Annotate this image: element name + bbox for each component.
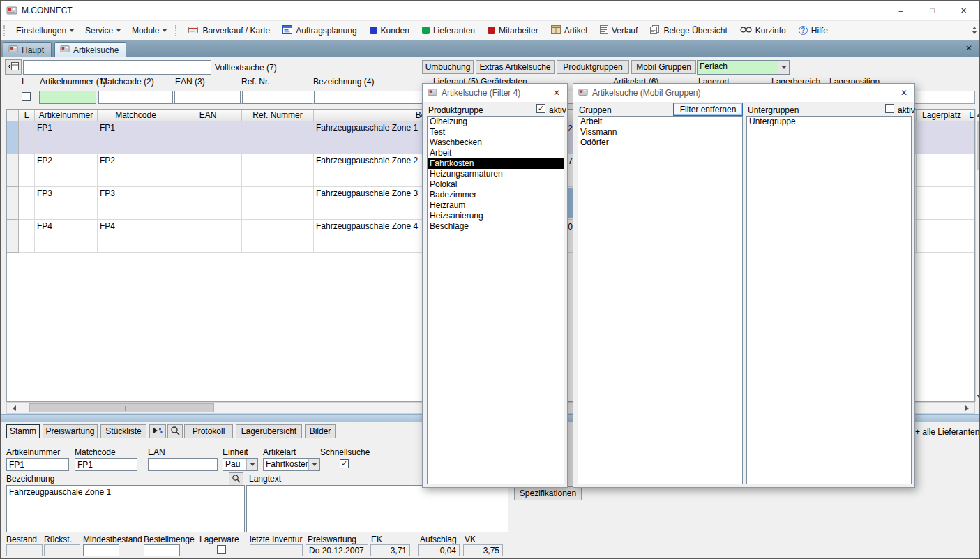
schnellsuche-checkbox[interactable] [340, 459, 349, 468]
column-filter-button[interactable] [5, 59, 22, 75]
horizontal-scrollbar-thumb[interactable] [29, 403, 214, 412]
tab-haupt[interactable]: Haupt [3, 42, 52, 57]
jump-to-article-button[interactable] [149, 424, 166, 438]
spezifikationen-button[interactable]: Spezifikationen [514, 486, 582, 500]
mobil-gruppen-button[interactable]: Mobil Gruppen [631, 60, 696, 74]
select-all-header-cell[interactable] [7, 110, 19, 121]
row-header-cell[interactable] [7, 121, 19, 154]
detail-tab-preiswartung[interactable]: Preiswartung [43, 424, 98, 438]
toolbar-overflow-button[interactable] [972, 24, 977, 36]
list-item[interactable]: Heizungsarmaturen [428, 169, 564, 179]
menu-module[interactable]: Module [126, 23, 172, 38]
list-item[interactable]: Badezimmer [428, 190, 564, 200]
langtext-textarea[interactable] [246, 485, 508, 532]
list-item[interactable]: Vissmann [578, 127, 742, 137]
mindestbestand-field[interactable] [83, 544, 119, 556]
toolbar-button-auftragsplanung[interactable]: Auftragsplanung [276, 23, 363, 38]
bestellmenge-field[interactable] [144, 544, 180, 556]
fulltext-search-input[interactable] [23, 60, 211, 75]
filter-label-l[interactable]: L [22, 77, 27, 87]
list-item[interactable]: Heizsanierung [428, 211, 564, 221]
vertical-scrollbar-thumb[interactable] [977, 121, 980, 170]
list-item[interactable]: Untergruppe [747, 117, 911, 127]
detail-search-button[interactable] [167, 424, 183, 438]
produktgruppen-button[interactable]: Produktgruppen [557, 60, 629, 74]
ean-field[interactable] [148, 458, 218, 471]
detail-tab-bilder[interactable]: Bilder [305, 424, 336, 438]
artikelnummer-field[interactable] [6, 458, 69, 471]
branch-select-dropdown-button[interactable] [778, 61, 789, 74]
column-header-ref-nummer[interactable]: Ref. Nummer [242, 110, 314, 121]
column-header-matchcode[interactable]: Matchcode [98, 110, 174, 121]
bezeichnung-textarea[interactable]: Fahrzeugpauschale Zone 1 [6, 485, 245, 532]
toolbar-button-artikel[interactable]: Artikel [545, 23, 594, 38]
close-button[interactable]: ✕ [948, 1, 979, 20]
row-header-cell[interactable] [7, 220, 19, 253]
grid-vertical-scrollbar[interactable] [975, 109, 980, 402]
extras-artikelsuche-button[interactable]: Extras Artikelsuche [476, 60, 555, 74]
detail-tab-protokoll[interactable]: Protokoll [184, 424, 233, 438]
dialog-title-bar[interactable]: Artikelsuche (Filter 4) ✕ [423, 84, 567, 102]
artikelart-dropdown-button[interactable] [308, 459, 319, 470]
maximize-button[interactable]: □ [917, 1, 948, 20]
umbuchung-button[interactable]: Umbuchung [422, 60, 474, 74]
list-item[interactable]: Test [428, 127, 564, 137]
toolbar-button-kurzinfo[interactable]: Kurzinfo [734, 23, 792, 38]
filter-label-matchcode[interactable]: Matchcode (2) [100, 77, 154, 87]
list-item[interactable]: Odörfer [578, 137, 742, 148]
filter-entfernen-button[interactable]: Filter entfernen [673, 103, 743, 116]
einheit-dropdown-button[interactable] [246, 459, 257, 470]
scroll-down-button[interactable] [976, 392, 980, 402]
filter-label-ean[interactable]: EAN (3) [175, 77, 205, 87]
detail-tab-stamm[interactable]: Stamm [6, 424, 40, 438]
toolbar-button-verlauf[interactable]: Verlauf [594, 23, 644, 38]
scroll-right-button[interactable] [963, 403, 974, 413]
menu-einstellungen[interactable]: Einstellungen [10, 23, 80, 38]
row-header-cell[interactable] [7, 187, 19, 220]
column-header-l2[interactable]: L [967, 110, 975, 121]
toolbar-button-lieferanten[interactable]: Lieferanten [416, 23, 481, 38]
scroll-up-button[interactable] [976, 109, 980, 119]
aktiv-checkbox[interactable] [885, 104, 894, 113]
row-header-cell[interactable] [7, 154, 19, 187]
filter-label-bezeichnung[interactable]: Bezeichnung (4) [313, 77, 374, 87]
list-item[interactable]: Waschbecken [428, 137, 564, 148]
aktiv-checkbox[interactable] [536, 104, 545, 113]
list-item[interactable]: Heizraum [428, 200, 564, 211]
menu-service[interactable]: Service [80, 23, 126, 38]
detail-tab-stueckliste[interactable]: Stückliste [100, 424, 146, 438]
column-header-ean[interactable]: EAN [174, 110, 242, 121]
filter-ean-input[interactable] [174, 91, 241, 104]
dialog-close-button[interactable]: ✕ [894, 84, 914, 102]
filter-ref-input[interactable] [242, 91, 312, 104]
filter-label-ref-nr[interactable]: Ref. Nr. [241, 77, 270, 87]
toolbar-button-barverkauf[interactable]: Barverkauf / Karte [182, 23, 276, 38]
list-item[interactable]: Ölheizung [428, 117, 564, 127]
minimize-button[interactable]: – [885, 1, 917, 20]
dialog-close-button[interactable]: ✕ [546, 84, 567, 102]
filter-label-artikelnummer[interactable]: Artikelnummer (1) [40, 77, 106, 87]
branch-select[interactable]: Ferlach [697, 60, 790, 75]
list-item[interactable]: Polokal [428, 179, 564, 190]
column-header-l[interactable]: L [19, 110, 35, 121]
filter-l-checkbox[interactable] [22, 92, 31, 101]
scroll-left-button[interactable] [7, 403, 19, 413]
list-item[interactable]: Beschläge [428, 221, 564, 232]
dialog-title-bar[interactable]: Artikelsuche (Mobil Gruppen) ✕ [573, 84, 914, 102]
list-item[interactable]: Arbeit [428, 148, 564, 158]
einheit-select[interactable]: Pau [223, 458, 258, 471]
toolbar-button-kunden[interactable]: Kunden [363, 23, 416, 38]
artikelart-select[interactable]: Fahrtkosten [263, 458, 320, 471]
filter-artikelnummer-input[interactable] [39, 91, 96, 104]
close-tab-button[interactable]: ✕ [965, 43, 972, 53]
column-header-artikelnummer[interactable]: Artikelnummer [35, 110, 98, 121]
toolbar-button-mitarbeiter[interactable]: Mitarbeiter [481, 23, 545, 38]
lagerware-checkbox[interactable] [217, 545, 226, 554]
filter-matchcode-input[interactable] [98, 91, 173, 104]
tab-artikelsuche[interactable]: Artikelsuche [54, 42, 126, 57]
toolbar-button-hilfe[interactable]: ? Hilfe [792, 23, 834, 38]
matchcode-field[interactable] [75, 458, 137, 471]
detail-tab-lageruebersicht[interactable]: Lagerübersicht [236, 424, 302, 438]
toolbar-button-belege[interactable]: Belege Übersicht [644, 23, 733, 38]
list-item-selected[interactable]: Fahrtkosten [428, 158, 564, 169]
